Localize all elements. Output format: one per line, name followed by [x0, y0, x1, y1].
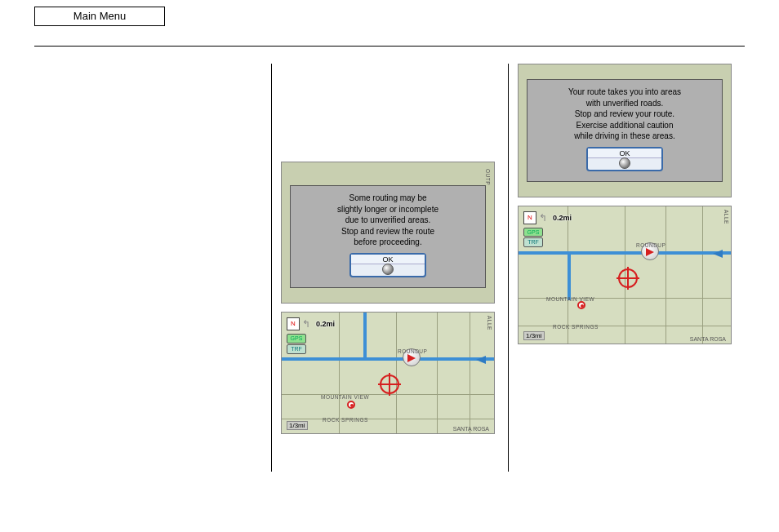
map-gridline [702, 206, 703, 344]
road-label: ROUNDUP [636, 242, 665, 248]
map-gridline [665, 206, 666, 344]
road-label: MOUNTAIN VIEW [546, 296, 594, 302]
traffic-pill: TRF [287, 344, 306, 354]
status-pills: GPS TRF [287, 334, 306, 355]
map-gridline [282, 394, 494, 395]
map-gridline [470, 313, 470, 433]
column-1: These guidelines pertain to the Unverifi… [34, 64, 271, 508]
dialog-message-text: Your route takes you into areas with unv… [532, 86, 717, 142]
column-3: Your route takes you into areas with unv… [508, 64, 745, 508]
route-direction-icon [713, 250, 723, 258]
guidance-distance: 0.2mi [316, 320, 335, 328]
columns-wrap: These guidelines pertain to the Unverifi… [34, 64, 745, 508]
gps-pill: GPS [523, 228, 543, 237]
ok-button-knob-icon [619, 157, 630, 169]
dialog-message-text: Some routing may be slightly longer or i… [296, 193, 480, 248]
ok-button[interactable]: OK [586, 147, 663, 171]
status-pills: GPS TRF [523, 228, 543, 249]
map-gridline [519, 326, 731, 326]
ok-button-knob-icon [382, 264, 394, 275]
gps-pill: GPS [287, 334, 306, 344]
route-line [519, 251, 731, 255]
map-background-strip [519, 64, 731, 79]
caution-dialog-panel: Some routing may be slightly longer or i… [290, 185, 486, 288]
route-line [568, 251, 571, 300]
road-label: SANTA ROSA [453, 426, 489, 432]
map-indicators: N ↰ 0.2mi [523, 211, 572, 224]
map-gridline [282, 419, 494, 419]
map-background-strip [282, 288, 494, 303]
north-indicator-icon: N [287, 317, 300, 330]
traffic-pill: TRF [523, 237, 543, 247]
road-label: ROCK SPRINGS [323, 417, 368, 423]
ok-button[interactable]: OK [349, 253, 426, 277]
road-label: MOUNTAIN VIEW [321, 394, 369, 400]
crosshair-icon [618, 268, 638, 288]
map-gridline [339, 313, 340, 433]
map-gridline [437, 313, 438, 433]
header-divider [34, 46, 745, 47]
unverified-on-dialog-screenshot: Your route takes you into areas with unv… [518, 64, 732, 197]
map-indicators: N ↰ 0.2mi [287, 317, 335, 330]
main-menu-button[interactable]: Main Menu [34, 7, 165, 26]
road-label: ROUNDUP [398, 348, 427, 354]
road-label: SANTA ROSA [690, 336, 726, 342]
map-scale: 1/3mi [523, 331, 545, 340]
route-line [282, 357, 494, 361]
north-indicator-icon: N [523, 211, 536, 224]
road-label: ROCK SPRINGS [553, 324, 599, 330]
road-label: ALLE [723, 210, 729, 224]
page: Main Menu These guidelines pertain to th… [0, 0, 779, 532]
destination-icon [347, 401, 355, 409]
column-2: With Unverified Area Routing OFF, the sy… [271, 64, 508, 508]
destination-icon [577, 301, 585, 309]
route-map-off-screenshot: ROUNDUP MOUNTAIN VIEW ROCK SPRINGS SANTA… [281, 312, 495, 434]
guidance-distance: 0.2mi [553, 214, 572, 222]
route-direction-icon [476, 356, 486, 364]
turn-arrow-icon: ↰ [302, 318, 314, 330]
crosshair-icon [380, 375, 399, 394]
map-gridline [396, 313, 397, 433]
turn-arrow-icon: ↰ [539, 212, 550, 224]
route-line [363, 313, 367, 359]
road-label: ALLE [487, 316, 492, 330]
road-label: OUTPOST [485, 169, 491, 185]
map-scale: 1/3mi [287, 421, 308, 430]
route-map-on-screenshot: ROUNDUP MOUNTAIN VIEW ROCK SPRINGS SANTA… [518, 206, 732, 344]
caution-dialog-panel: Your route takes you into areas with unv… [527, 79, 723, 182]
map-background-strip [519, 182, 731, 197]
unverified-off-dialog-screenshot: OUTPOST Some routing may be slightly lon… [281, 162, 495, 304]
map-background-strip: OUTPOST [282, 162, 494, 185]
